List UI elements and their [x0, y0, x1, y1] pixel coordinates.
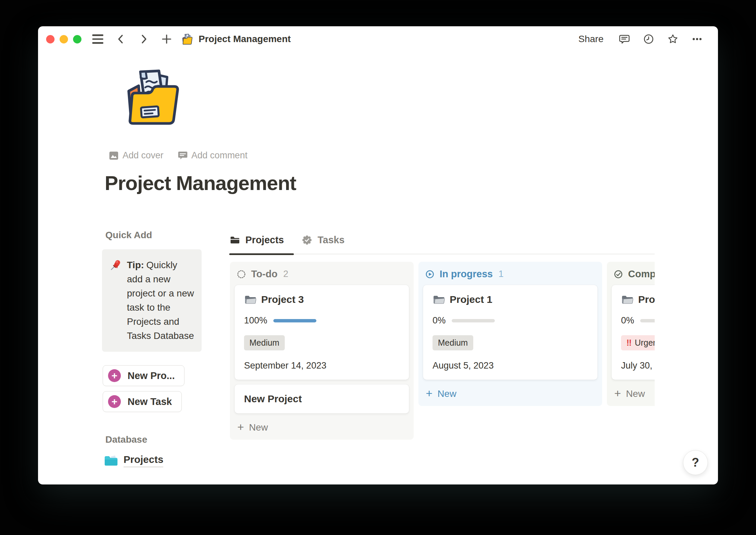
project-card[interactable]: Project 1 0% Medium August 5, 2023 — [423, 285, 597, 380]
new-project-button[interactable]: + New Pro... — [103, 365, 184, 386]
priority-badge: !!Urgent — [621, 335, 655, 350]
status-todo-icon — [237, 270, 246, 279]
tab-tasks[interactable]: Tasks — [302, 234, 344, 254]
add-card-button[interactable]: + New — [235, 418, 409, 435]
add-comment-label: Add comment — [192, 150, 248, 161]
priority-row: Medium — [244, 335, 400, 350]
progress-bar — [640, 319, 655, 322]
add-cover-label: Add cover — [123, 150, 164, 161]
priority-row: Medium — [433, 335, 588, 350]
menu-icon[interactable] — [92, 34, 103, 44]
plus-icon: + — [614, 387, 621, 399]
folder-icon — [433, 294, 445, 305]
column-header[interactable]: To-do 2 — [235, 265, 409, 285]
add-card-button[interactable]: + New — [423, 384, 597, 401]
new-task-button[interactable]: + New Task — [103, 391, 182, 412]
view-tabs: Projects T — [230, 234, 655, 254]
page-title[interactable]: Project Management — [105, 171, 718, 195]
help-button[interactable]: ? — [683, 450, 708, 475]
app-window: Project Management Share — [38, 26, 718, 484]
priority-badge: Medium — [433, 335, 473, 350]
card-title-row: Project 2 — [621, 294, 655, 305]
page-folder-icon — [181, 33, 194, 45]
star-icon — [667, 34, 678, 44]
new-tab-button[interactable] — [161, 34, 172, 44]
folder-icon — [244, 294, 256, 305]
card-title: Project 3 — [261, 294, 304, 305]
share-button[interactable]: Share — [576, 33, 606, 45]
progress-percent: 0% — [433, 315, 446, 326]
folder-icon — [621, 294, 633, 305]
clock-icon — [643, 34, 654, 44]
progress-bar — [452, 319, 495, 322]
progress-row: 0% — [433, 315, 588, 326]
page-icon[interactable] — [119, 63, 185, 129]
add-card-label: New — [626, 388, 645, 399]
card-title: Project 1 — [450, 294, 492, 305]
add-card-button[interactable]: + New — [612, 384, 655, 401]
priority-badge: Medium — [244, 335, 285, 350]
add-card-label: New — [438, 388, 456, 399]
close-window-button[interactable] — [46, 35, 55, 43]
add-card-label: New — [249, 422, 268, 433]
card-title: New Project — [244, 393, 302, 405]
status-completed-icon — [614, 270, 623, 279]
tab-projects[interactable]: Projects — [230, 234, 284, 254]
due-date: August 5, 2023 — [433, 360, 588, 371]
badge-check-icon — [302, 235, 312, 245]
back-button[interactable] — [115, 34, 126, 44]
add-comment-button[interactable]: Add comment — [176, 149, 250, 162]
progress-percent: 100% — [244, 315, 267, 326]
sidebar: Quick Add Tip:Quickly add a new project … — [102, 230, 202, 467]
pushpin-icon — [109, 259, 122, 272]
image-icon — [109, 151, 119, 161]
tip-label: Tip: — [127, 260, 144, 270]
add-cover-button[interactable]: Add cover — [107, 149, 166, 162]
status-inprogress-icon — [425, 270, 435, 279]
kanban-board: To-do 2 Project 3 100% Medium September … — [230, 262, 655, 440]
window-title: Project Management — [199, 34, 291, 44]
card-title: Project 2 — [638, 294, 655, 305]
column-count: 1 — [499, 269, 504, 279]
breadcrumb[interactable]: Project Management — [181, 33, 291, 45]
plus-circle-icon: + — [108, 395, 121, 408]
chevron-right-icon — [138, 34, 149, 44]
forward-button[interactable] — [138, 34, 149, 44]
more-options-button[interactable] — [692, 34, 702, 44]
plus-icon: + — [237, 421, 244, 433]
zoom-window-button[interactable] — [73, 35, 81, 43]
plus-icon — [161, 34, 172, 44]
project-card[interactable]: Project 2 0% !!Urgent July 30, 2023 — [612, 285, 655, 380]
comments-button[interactable] — [619, 34, 630, 44]
projects-database-label: Projects — [124, 454, 163, 467]
tip-callout: Tip:Quickly add a new project or a new t… — [102, 249, 202, 352]
favorite-button[interactable] — [667, 34, 678, 44]
tab-projects-label: Projects — [245, 234, 284, 246]
kanban-column-inprogress: In progress 1 Project 1 0% Medium August… — [418, 262, 602, 406]
board: Projects T — [230, 230, 655, 440]
quick-add-heading: Quick Add — [105, 230, 202, 241]
history-button[interactable] — [643, 34, 654, 44]
new-project-label: New Pro... — [128, 370, 175, 381]
column-name: Completed — [628, 269, 655, 280]
comment-icon — [178, 151, 188, 161]
ellipsis-icon — [692, 34, 702, 44]
project-card[interactable]: New Project — [235, 384, 409, 413]
minimize-window-button[interactable] — [60, 35, 68, 43]
priority-row: !!Urgent — [621, 335, 655, 350]
due-date: July 30, 2023 — [621, 360, 655, 371]
chevron-left-icon — [115, 34, 126, 44]
double-exclamation-icon: !! — [626, 337, 631, 348]
card-title-row: Project 1 — [433, 294, 588, 305]
column-header[interactable]: In progress 1 — [423, 265, 597, 285]
folder-illustration-icon — [119, 63, 185, 129]
column-header[interactable]: Completed — [612, 265, 655, 285]
projects-database-link[interactable]: Projects — [104, 454, 202, 467]
project-card[interactable]: Project 3 100% Medium September 14, 2023 — [235, 285, 409, 380]
progress-percent: 0% — [621, 315, 634, 326]
window-controls — [46, 35, 81, 43]
column-count: 2 — [283, 269, 288, 279]
plus-circle-icon: + — [108, 369, 121, 382]
progress-row: 0% — [621, 315, 655, 326]
kanban-column-todo: To-do 2 Project 3 100% Medium September … — [230, 262, 414, 440]
